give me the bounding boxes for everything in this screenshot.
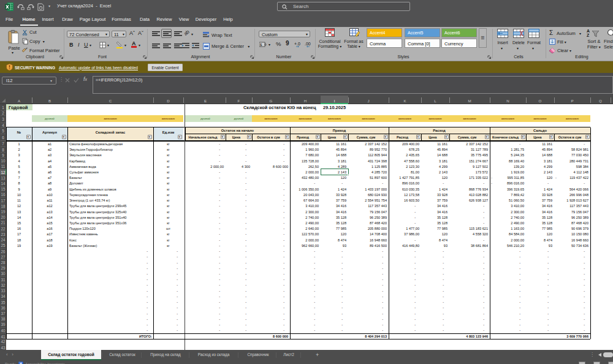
svg-text:.00: .00 bbox=[305, 42, 311, 46]
svg-text:+.0: +.0 bbox=[294, 42, 300, 46]
